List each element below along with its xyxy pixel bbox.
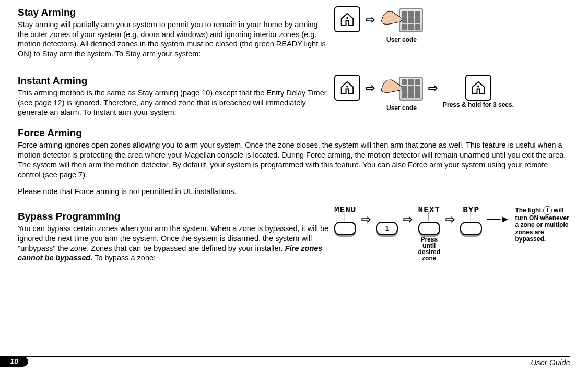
next-button-icon [418,222,440,235]
enter-code-icon [380,75,423,104]
body-bypass-programming: You can bypass certain zones when you ar… [18,224,329,263]
caption-user-code: User code [386,37,417,43]
house-button-icon [334,6,360,32]
heading-bypass-programming: Bypass Programming [18,210,329,223]
body-stay-arming: Stay arming will partially arm your syst… [18,20,329,59]
page-number: 10 [0,356,28,367]
arrow-icon: ⇨ [445,206,455,227]
heading-stay-arming: Stay Arming [18,6,329,19]
caption-press-hold: Press & hold for 3 secs. [443,102,514,108]
byp-button-icon [460,222,482,235]
tip-bypass-light: The light i will turn ON whenever a zone… [515,206,570,243]
house-button-hold-icon [465,75,491,101]
enter-code-icon [380,6,423,35]
arrow-icon: ⇨ [403,206,413,227]
caption-press-until: Press until desired zone [418,236,440,261]
svg-point-2 [477,86,479,88]
pointer-arrow-icon: ──► [487,206,510,225]
footer-label: User Guide [531,357,570,368]
caption-user-code: User code [386,105,417,112]
arrow-icon: ⇨ [428,75,438,96]
diagram-bypass-programming: MENU │ ⇨ │ 1 ⇨ NEXT │ Press until desire… [334,204,570,261]
diagram-stay-arming: ⇨ User code [334,0,570,43]
heading-force-arming: Force Arming [18,127,570,140]
arrow-icon: ⇨ [361,206,371,227]
body-instant-arming: This arming method is the same as Stay a… [18,88,329,118]
info-i-icon: i [543,206,552,215]
svg-point-0 [346,17,348,19]
arrow-icon: ⇨ [366,6,375,28]
heading-instant-arming: Instant Arming [18,75,329,88]
house-button-icon [334,75,360,101]
arrow-icon: ⇨ [366,75,375,96]
note-force-arming: Please note that Force arming is not per… [18,187,570,197]
diagram-instant-arming: ⇨ User code ⇨ Press & hold for 3 secs. [334,68,570,112]
body-force-arming: Force arming ignores open zones allowing… [18,140,570,179]
one-button-icon: 1 [376,222,398,235]
menu-button-icon [334,222,356,235]
svg-point-1 [346,86,348,88]
page-footer: 10 User Guide [0,356,588,371]
